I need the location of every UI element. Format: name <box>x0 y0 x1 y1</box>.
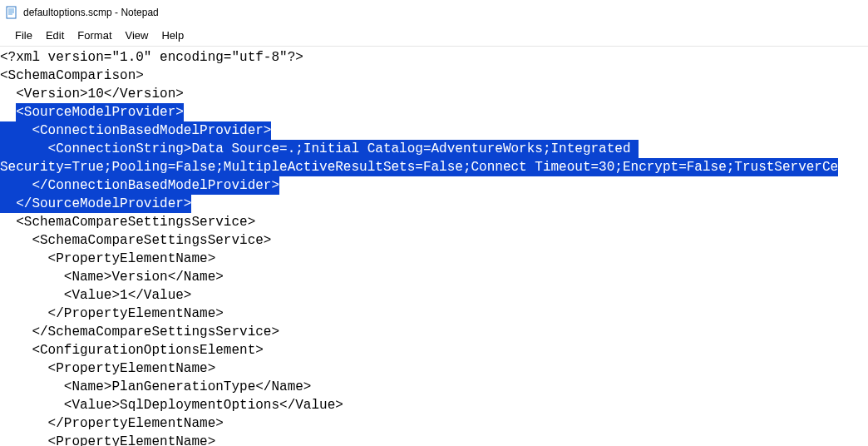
editor-line[interactable]: <SchemaComparison> <box>0 67 868 85</box>
editor-line[interactable]: <Value>1</Value> <box>0 286 868 305</box>
window-title: defaultoptions.scmp - Notepad <box>23 7 159 18</box>
editor-line[interactable]: <ConnectionBasedModelProvider> <box>0 121 868 140</box>
editor-line[interactable]: </PropertyElementName> <box>0 414 868 433</box>
editor-line[interactable]: <SchemaCompareSettingsService> <box>0 231 868 250</box>
editor-line[interactable]: <SourceModelProvider> <box>0 103 868 121</box>
editor-line[interactable]: </PropertyElementName> <box>0 305 868 323</box>
editor-line[interactable]: <PropertyElementName> <box>0 359 868 378</box>
menu-edit[interactable]: Edit <box>39 26 71 45</box>
editor-line[interactable]: <Version>10</Version> <box>0 85 868 103</box>
editor-area[interactable]: <?xml version="1.0" encoding="utf-8"?><S… <box>0 47 868 446</box>
editor-line[interactable]: </SchemaCompareSettingsService> <box>0 323 868 341</box>
editor-line[interactable]: <PropertyElementName> <box>0 250 868 268</box>
titlebar: defaultoptions.scmp - Notepad <box>0 0 868 25</box>
editor-line[interactable]: <ConnectionString>Data Source=.;Initial … <box>0 140 868 158</box>
editor-line[interactable]: <Name>Version</Name> <box>0 268 868 286</box>
menu-help[interactable]: Help <box>155 26 190 45</box>
editor-line[interactable]: <SchemaCompareSettingsService> <box>0 213 868 231</box>
editor-line[interactable]: <Value>SqlDeploymentOptions</Value> <box>0 396 868 414</box>
menubar: File Edit Format View Help <box>0 25 868 47</box>
editor-line[interactable]: </SourceModelProvider> <box>0 195 868 213</box>
editor-line[interactable]: </ConnectionBasedModelProvider> <box>0 176 868 195</box>
editor-line[interactable]: <Name>PlanGenerationType</Name> <box>0 378 868 396</box>
notepad-icon <box>5 6 18 19</box>
menu-format[interactable]: Format <box>71 26 118 45</box>
editor-line[interactable]: <ConfigurationOptionsElement> <box>0 341 868 359</box>
editor-line[interactable]: <PropertyElementName> <box>0 433 868 446</box>
menu-view[interactable]: View <box>119 26 155 45</box>
editor-line[interactable]: Security=True;Pooling=False;MultipleActi… <box>0 158 868 176</box>
menu-file[interactable]: File <box>8 26 39 45</box>
editor-line[interactable]: <?xml version="1.0" encoding="utf-8"?> <box>0 48 868 67</box>
